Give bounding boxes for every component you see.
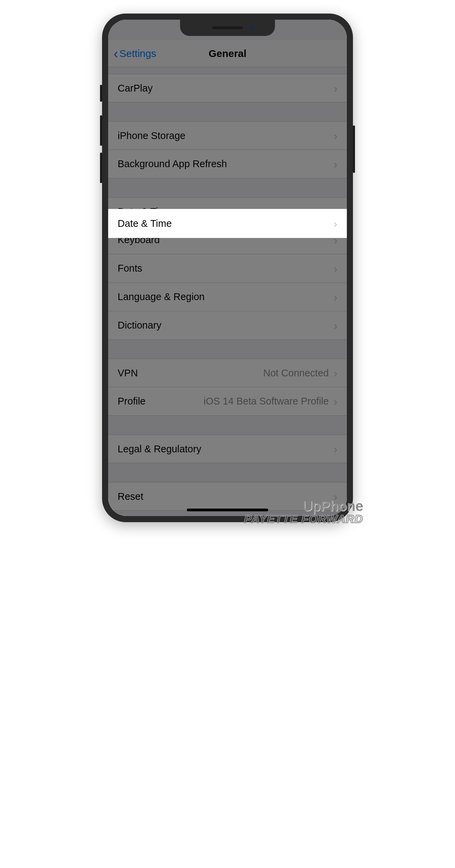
row-iphone-storage[interactable]: iPhone Storage › — [108, 121, 347, 150]
row-label: Dictionary — [118, 320, 161, 331]
row-label: Background App Refresh — [118, 158, 227, 170]
chevron-right-icon: › — [334, 320, 337, 331]
watermark-payette: PAYETTE FORWARD — [244, 512, 363, 526]
page-title: General — [209, 48, 246, 59]
row-label: CarPlay — [118, 83, 153, 94]
phone-frame: ‹ Settings General CarPlay › iPhone Stor… — [102, 14, 353, 522]
front-camera — [250, 25, 255, 30]
notch — [180, 20, 275, 36]
phone-screen: ‹ Settings General CarPlay › iPhone Stor… — [108, 20, 347, 516]
row-label: Language & Region — [118, 291, 204, 302]
row-vpn[interactable]: VPN Not Connected › — [108, 359, 347, 387]
screen-content: ‹ Settings General CarPlay › iPhone Stor… — [108, 20, 347, 516]
chevron-right-icon: › — [334, 158, 337, 170]
chevron-right-icon: › — [334, 82, 337, 94]
chevron-right-icon: › — [334, 396, 337, 407]
volume-down-button — [100, 153, 102, 183]
row-profile[interactable]: Profile iOS 14 Beta Software Profile › — [108, 387, 347, 416]
chevron-right-icon: › — [334, 367, 337, 379]
settings-list: CarPlay › iPhone Storage › Background Ap… — [108, 67, 347, 511]
row-background-app-refresh[interactable]: Background App Refresh › — [108, 150, 347, 178]
chevron-left-icon: ‹ — [114, 47, 118, 60]
row-label: Legal & Regulatory — [118, 443, 201, 455]
back-button[interactable]: ‹ Settings — [108, 47, 156, 60]
chevron-right-icon: › — [334, 291, 337, 303]
section-storage: iPhone Storage › Background App Refresh … — [108, 121, 347, 178]
row-legal-regulatory[interactable]: Legal & Regulatory › — [108, 435, 347, 463]
nav-header: ‹ Settings General — [108, 40, 347, 67]
row-value: iOS 14 Beta Software Profile — [204, 396, 329, 407]
speaker — [212, 26, 243, 29]
row-fonts[interactable]: Fonts › — [108, 254, 347, 283]
row-carplay[interactable]: CarPlay › — [108, 74, 347, 102]
back-label: Settings — [119, 48, 156, 59]
power-button — [353, 125, 355, 173]
watermark-upphone: UpPhone — [244, 498, 363, 514]
row-label: Date & Time — [118, 218, 172, 229]
volume-up-button — [100, 115, 102, 146]
watermark: UpPhone PAYETTE FORWARD — [244, 498, 363, 526]
mute-switch — [100, 85, 102, 102]
chevron-right-icon: › — [334, 130, 337, 141]
row-label: Fonts — [118, 263, 142, 274]
row-dictionary[interactable]: Dictionary › — [108, 311, 347, 340]
row-label: Reset — [118, 491, 143, 502]
chevron-right-icon: › — [334, 218, 337, 229]
section-carplay: CarPlay › — [108, 74, 347, 102]
row-label: VPN — [118, 368, 138, 379]
section-legal: Legal & Regulatory › — [108, 435, 347, 463]
row-label: Profile — [118, 396, 145, 407]
section-network: VPN Not Connected › Profile iOS 14 Beta … — [108, 359, 347, 416]
row-value: Not Connected — [263, 368, 329, 379]
chevron-right-icon: › — [334, 263, 337, 274]
chevron-right-icon: › — [334, 443, 337, 455]
row-language-region[interactable]: Language & Region › — [108, 283, 347, 311]
row-label: iPhone Storage — [118, 130, 185, 141]
row-date-time-highlight[interactable]: Date & Time › — [108, 209, 347, 238]
